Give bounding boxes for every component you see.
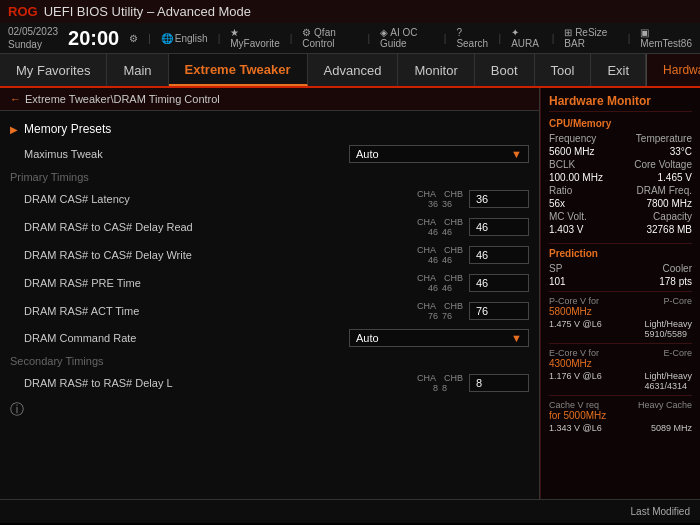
ecore-v-value: 1.176 V @L6 <box>549 371 602 391</box>
mc-volt-label: MC Volt. <box>549 211 587 222</box>
freq-row: Frequency Temperature <box>549 133 692 144</box>
divider2 <box>549 343 692 344</box>
dram-ras-cas-write-value[interactable]: 46 <box>469 246 529 264</box>
dram-ras-cas-write-row[interactable]: DRAM RAS# to CAS# Delay Write CHACHB 464… <box>0 241 539 269</box>
ratio-value-row: 56x 7800 MHz <box>549 198 692 209</box>
pcore-for-label: P-Core V for 5800MHz <box>549 296 599 317</box>
memtest-link[interactable]: ▣ MemTest86 <box>640 27 692 49</box>
ecore-for-label: E-Core V for 4300MHz <box>549 348 599 369</box>
cha-chb-ras-delay: CHACHB 8 8 <box>417 373 463 393</box>
back-arrow-icon[interactable]: ← <box>10 93 21 105</box>
nav-hw-monitor[interactable]: Hardware Monitor <box>646 54 700 86</box>
nav-exit[interactable]: Exit <box>591 54 646 86</box>
sp-value-row: 101 178 pts <box>549 276 692 287</box>
info-bar: 02/05/2023 Sunday 20:00 ⚙ | 🌐 English | … <box>0 23 700 54</box>
last-modified-label: Last Modified <box>631 506 690 517</box>
core-volt-value: 1.465 V <box>658 172 692 183</box>
dram-ras-cas-read-value[interactable]: 46 <box>469 218 529 236</box>
cpu-memory-section: CPU/Memory Frequency Temperature 5600 MH… <box>549 118 692 235</box>
pcore-lh: Light/Heavy 5910/5589 <box>644 319 692 339</box>
ecore-block: E-Core V for 4300MHz E-Core 1.176 V @L6 … <box>549 348 692 391</box>
content-area: ▶ Memory Presets Maximus Tweak Auto ▼ Pr… <box>0 111 539 429</box>
freq-value-row: 5600 MHz 33°C <box>549 146 692 157</box>
temp-value: 33°C <box>670 146 692 157</box>
nav-tool[interactable]: Tool <box>535 54 592 86</box>
dram-ras-cas-read-row[interactable]: DRAM RAS# to CAS# Delay Read CHACHB 4646… <box>0 213 539 241</box>
cache-for-row: Cache V req for 5000MHz Heavy Cache <box>549 400 692 421</box>
sp-value: 101 <box>549 276 566 287</box>
gear-icon[interactable]: ⚙ <box>129 33 138 44</box>
dram-ras-act-row[interactable]: DRAM RAS# ACT Time CHACHB 7676 76 <box>0 297 539 325</box>
info-icon: ⓘ <box>0 397 539 423</box>
cooler-value: 178 pts <box>659 276 692 287</box>
dropdown-arrow2-icon: ▼ <box>511 332 522 344</box>
dram-cas-label: DRAM CAS# Latency <box>24 193 417 205</box>
cache-heavy-label: Heavy Cache <box>638 400 692 421</box>
maximus-tweak-select[interactable]: Auto ▼ <box>349 145 529 163</box>
pcore-for-row: P-Core V for 5800MHz P-Core <box>549 296 692 317</box>
ratio-row: Ratio DRAM Freq. <box>549 185 692 196</box>
dram-cas-value[interactable]: 36 <box>469 190 529 208</box>
dram-ras-pre-value[interactable]: 46 <box>469 274 529 292</box>
cha-chb-ras-act: CHACHB 7676 <box>417 301 463 321</box>
dram-cas-latency-row[interactable]: DRAM CAS# Latency CHACHB 3636 36 <box>0 185 539 213</box>
dropdown-arrow-icon: ▼ <box>511 148 522 160</box>
dram-command-rate-select[interactable]: Auto ▼ <box>349 329 529 347</box>
left-panel: ← Extreme Tweaker\DRAM Timing Control ▶ … <box>0 88 540 499</box>
title-text: UEFI BIOS Utility – Advanced Mode <box>44 4 251 19</box>
freq-label: Frequency <box>549 133 596 144</box>
bclk-value: 100.00 MHz <box>549 172 603 183</box>
maximus-tweak-row[interactable]: Maximus Tweak Auto ▼ <box>0 141 539 167</box>
nav-my-favorites[interactable]: My Favorites <box>0 54 107 86</box>
nav-extreme-tweaker[interactable]: Extreme Tweaker <box>169 54 308 86</box>
language-link[interactable]: 🌐 English <box>161 33 208 44</box>
expand-icon: ▶ <box>10 124 18 135</box>
mc-volt-value: 1.403 V <box>549 224 583 235</box>
ecore-lh: Light/Heavy 4631/4314 <box>644 371 692 391</box>
ecore-for-row: E-Core V for 4300MHz E-Core <box>549 348 692 369</box>
memory-presets-row[interactable]: ▶ Memory Presets <box>0 117 539 141</box>
divider1 <box>549 291 692 292</box>
cache-v-value: 1.343 V @L6 <box>549 423 602 433</box>
hw-monitor-panel: Hardware Monitor CPU/Memory Frequency Te… <box>540 88 700 499</box>
dram-ras-delay-l-value[interactable]: 8 <box>469 374 529 392</box>
resizebar-link[interactable]: ⊞ ReSize BAR <box>564 27 617 49</box>
search-link[interactable]: ? Search <box>456 27 488 49</box>
pcore-block: P-Core V for 5800MHz P-Core 1.475 V @L6 … <box>549 296 692 339</box>
date-display: 02/05/2023 Sunday <box>8 25 58 51</box>
core-volt-label: Core Voltage <box>634 159 692 170</box>
dram-ras-pre-row[interactable]: DRAM RAS# PRE Time CHACHB 4646 46 <box>0 269 539 297</box>
main-area: ← Extreme Tweaker\DRAM Timing Control ▶ … <box>0 88 700 499</box>
ratio-value: 56x <box>549 198 565 209</box>
cache-for-label: Cache V req for 5000MHz <box>549 400 606 421</box>
breadcrumb-path: Extreme Tweaker\DRAM Timing Control <box>25 93 220 105</box>
date-time-block: 02/05/2023 Sunday <box>8 25 58 51</box>
sp-label: SP <box>549 263 562 274</box>
dram-freq-value: 7800 MHz <box>646 198 692 209</box>
divider3 <box>549 395 692 396</box>
dram-ras-cas-write-label: DRAM RAS# to CAS# Delay Write <box>24 249 417 261</box>
capacity-value: 32768 MB <box>646 224 692 235</box>
capacity-label: Capacity <box>653 211 692 222</box>
aura-link[interactable]: ✦ AURA <box>511 27 542 49</box>
freq-value: 5600 MHz <box>549 146 595 157</box>
nav-main[interactable]: Main <box>107 54 168 86</box>
qfan-link[interactable]: ⚙ Qfan Control <box>302 27 357 49</box>
nav-monitor[interactable]: Monitor <box>398 54 474 86</box>
dram-ras-act-value[interactable]: 76 <box>469 302 529 320</box>
dram-ras-pre-label: DRAM RAS# PRE Time <box>24 277 417 289</box>
dram-ras-cas-read-label: DRAM RAS# to CAS# Delay Read <box>24 221 417 233</box>
dram-freq-label: DRAM Freq. <box>636 185 692 196</box>
hw-monitor-title: Hardware Monitor <box>549 94 692 112</box>
myfavorite-link[interactable]: ★ MyFavorite <box>230 27 279 49</box>
nav-boot[interactable]: Boot <box>475 54 535 86</box>
aioc-link[interactable]: ◈ AI OC Guide <box>380 27 434 49</box>
bclk-value-row: 100.00 MHz 1.465 V <box>549 172 692 183</box>
maximus-tweak-label: Maximus Tweak <box>24 148 349 160</box>
nav-advanced[interactable]: Advanced <box>308 54 399 86</box>
dram-command-rate-row[interactable]: DRAM Command Rate Auto ▼ <box>0 325 539 351</box>
nav-bar: My Favorites Main Extreme Tweaker Advanc… <box>0 54 700 88</box>
memory-presets-label: Memory Presets <box>24 122 111 136</box>
dram-ras-delay-l-row[interactable]: DRAM RAS# to RAS# Delay L CHACHB 8 8 8 <box>0 369 539 397</box>
title-bar: ROG UEFI BIOS Utility – Advanced Mode <box>0 0 700 23</box>
